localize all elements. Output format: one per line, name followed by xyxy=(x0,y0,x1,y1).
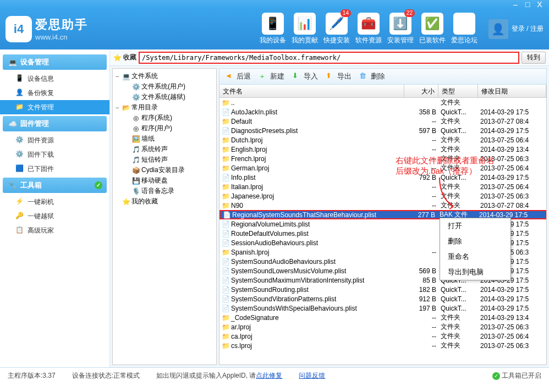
file-row[interactable]: 📄Info.plist792 BQuickT...2014-03-29 17:5 xyxy=(219,173,546,182)
device-info-icon: 📱 xyxy=(15,74,24,83)
file-row[interactable]: 📁English.lproj--文件夹2014-03-29 13:4 xyxy=(219,145,546,154)
tree-icon: 📦 xyxy=(131,167,140,174)
tree-node[interactable]: −💻文件系统 xyxy=(114,71,215,81)
file-list[interactable]: 📁..文件夹📄AutoJackIn.plist358 BQuickT...201… xyxy=(219,98,547,365)
import-button[interactable]: ⬇导入 xyxy=(292,71,318,81)
header-btn-soft-resource[interactable]: 🧰软件资源 xyxy=(355,13,382,45)
file-icon: 📁 xyxy=(222,314,229,322)
tree-node[interactable]: 📦Cydia安装目录 xyxy=(114,165,215,175)
file-row[interactable]: 📁German.lproj--文件夹2013-07-25 06:4 xyxy=(219,163,546,173)
tree-node[interactable]: ◎程序(用户) xyxy=(114,123,215,134)
file-row[interactable]: 📁N90--文件夹2013-07-27 08:4 xyxy=(219,201,546,210)
col-size[interactable]: 大小 xyxy=(404,85,438,97)
delete-button[interactable]: 🗑删除 xyxy=(359,71,385,81)
file-row[interactable]: 📁Default--文件夹2013-07-27 08:4 xyxy=(219,117,546,126)
badge: 22 xyxy=(404,9,415,17)
avatar-icon[interactable]: 👤 xyxy=(488,19,508,39)
file-row[interactable]: 📄SystemSoundRouting.plist182 BQuickT...2… xyxy=(219,285,546,294)
category-icon: ☁️ xyxy=(8,120,17,128)
new-button[interactable]: ＋新建 xyxy=(259,71,284,81)
col-type[interactable]: 类型 xyxy=(438,85,478,97)
tree-node[interactable]: ⭐我的收藏 xyxy=(114,196,215,207)
feedback-link[interactable]: 问题反馈 xyxy=(299,371,325,380)
tree-node[interactable]: 🎵系统铃声 xyxy=(114,144,215,154)
tree-node[interactable]: 🎵短信铃声 xyxy=(114,154,215,165)
file-row[interactable]: 📁ar.lproj--文件夹2013-07-25 06:3 xyxy=(219,322,546,332)
sidebar-item-device-info[interactable]: 📱设备信息 xyxy=(0,71,109,86)
tree-icon: 🎙️ xyxy=(131,187,140,195)
file-row[interactable]: 📁ca.lproj--文件夹2013-07-25 06:4 xyxy=(219,332,546,341)
sidebar: 💻设备管理📱设备信息👤备份恢复📁文件管理☁️固件管理⚙️固件资源⚙️固件下载🟦已… xyxy=(0,49,110,367)
tree-toggle-icon[interactable]: − xyxy=(114,73,120,80)
tree-icon: 💻 xyxy=(122,73,130,80)
tree-toggle-icon[interactable]: − xyxy=(114,104,120,112)
ctx-item[interactable]: 打开 xyxy=(440,218,510,234)
file-row[interactable]: 📁..文件夹 xyxy=(219,98,546,107)
login-link[interactable]: 登录 / 注册 xyxy=(512,24,543,34)
tip-text: 如出现闪退或提示输入AppleID, 请点此修复 xyxy=(156,371,282,380)
path-input[interactable] xyxy=(140,53,518,63)
tree-icon: ⚙️ xyxy=(131,83,140,91)
ctx-item[interactable]: 导出到电脑 xyxy=(440,264,510,280)
header-btn-my-device[interactable]: 📱我的设备 xyxy=(260,13,286,45)
sidebar-category[interactable]: 💻设备管理 xyxy=(3,54,107,70)
tree-node[interactable]: ◎程序(系统) xyxy=(114,113,215,123)
connection-text: 设备连接状态:正常模式 xyxy=(72,371,140,380)
export-button[interactable]: ⬆导出 xyxy=(326,71,352,81)
sidebar-item-backup[interactable]: 👤备份恢复 xyxy=(0,86,109,100)
tree-node[interactable]: 🎙️语音备忘录 xyxy=(114,186,215,196)
close-button[interactable]: X xyxy=(535,0,545,9)
favorite-label[interactable]: ⭐ 收藏 xyxy=(113,53,136,62)
sidebar-item-file-mgr[interactable]: 📁文件管理 xyxy=(0,100,109,114)
file-row[interactable]: 📁French.lproj--文件夹2013-07-25 06:3 xyxy=(219,154,546,163)
sidebar-item-fw-local[interactable]: 🟦已下固件 xyxy=(0,162,109,176)
main-pane: ⭐ 收藏 转到 −💻文件系统⚙️文件系统(用户)⚙️文件系统(越狱)−📂常用目录… xyxy=(110,49,549,367)
sidebar-item-fw-resource[interactable]: ⚙️固件资源 xyxy=(0,133,109,147)
my-contrib-icon: 📊 xyxy=(294,13,316,35)
header-btn-install-mgr[interactable]: ⬇️安装管理22 xyxy=(387,13,414,45)
file-row[interactable]: 📄DiagnosticPresets.plist597 BQuickT...20… xyxy=(219,126,546,135)
maximize-button[interactable]: □ xyxy=(523,0,532,9)
file-row[interactable]: 📁cs.lproj--文件夹2013-07-25 06:3 xyxy=(219,341,546,350)
file-icon: 📄 xyxy=(222,286,229,294)
file-row[interactable]: 📁_CodeSignature--文件夹2014-03-29 13:4 xyxy=(219,313,546,322)
sidebar-item-fw-download[interactable]: ⚙️固件下载 xyxy=(0,147,109,162)
col-date[interactable]: 修改日期 xyxy=(478,85,546,97)
annotation-arrow-icon xyxy=(434,175,462,213)
header-btn-quick-install[interactable]: 🖊️快捷安装14 xyxy=(323,13,350,45)
back-button[interactable]: ◄后退 xyxy=(225,71,251,81)
tree-node[interactable]: ⚙️文件系统(越狱) xyxy=(114,92,215,102)
sidebar-item-advanced[interactable]: 📋高级玩家 xyxy=(0,223,109,238)
sidebar-category[interactable]: ☁️固件管理 xyxy=(3,116,107,131)
tree-node[interactable]: 🖼️墙纸 xyxy=(114,134,215,144)
col-name[interactable]: 文件名 xyxy=(219,85,404,97)
jailbreak-icon: 🔑 xyxy=(15,212,24,220)
header-btn-installed[interactable]: ✅已装软件 xyxy=(419,13,446,45)
ctx-item[interactable]: 重命名 xyxy=(440,249,510,264)
file-icon: 📁 xyxy=(222,192,229,200)
tree-node[interactable]: 💾移动硬盘 xyxy=(114,175,215,186)
file-row[interactable]: 📁Italian.lproj--文件夹2013-07-25 06:4 xyxy=(219,182,546,191)
folder-tree[interactable]: −💻文件系统⚙️文件系统(用户)⚙️文件系统(越狱)−📂常用目录◎程序(系统)◎… xyxy=(112,68,217,365)
tree-icon: ◎ xyxy=(131,114,140,122)
file-row[interactable]: 📄SystemSoundVibrationPatterns.plist912 B… xyxy=(219,294,546,303)
fix-link[interactable]: 点此修复 xyxy=(256,372,282,379)
sidebar-item-flash[interactable]: ⚡一键刷机 xyxy=(0,195,109,209)
file-row[interactable]: 📁Dutch.lproj--文件夹2013-07-25 06:4 xyxy=(219,135,546,145)
ctx-item[interactable]: 删除 xyxy=(440,234,510,249)
file-row[interactable]: 📄AutoJackIn.plist358 BQuickT...2014-03-2… xyxy=(219,107,546,117)
minimize-button[interactable]: – xyxy=(510,0,520,9)
file-icon: 📁 xyxy=(222,323,229,331)
go-button[interactable]: 转到 xyxy=(521,52,546,64)
sidebar-category[interactable]: 🔧工具箱✓ xyxy=(3,178,107,193)
file-row[interactable]: 📄SystemSoundsWithSpecialBehaviours.plist… xyxy=(219,303,546,313)
tree-node[interactable]: −📂常用目录 xyxy=(114,102,215,113)
header-btn-my-contrib[interactable]: 📊我的贡献 xyxy=(292,13,318,45)
sidebar-item-jailbreak[interactable]: 🔑一键越狱 xyxy=(0,209,109,223)
tree-icon: 🎵 xyxy=(131,156,140,164)
file-icon: 📄 xyxy=(222,267,229,275)
tree-icon: ◎ xyxy=(131,125,140,132)
tree-node[interactable]: ⚙️文件系统(用户) xyxy=(114,81,215,92)
file-row[interactable]: 📁Japanese.lproj--文件夹2013-07-25 06:3 xyxy=(219,191,546,201)
header-btn-forum[interactable]: i4爱思论坛 xyxy=(451,13,477,45)
